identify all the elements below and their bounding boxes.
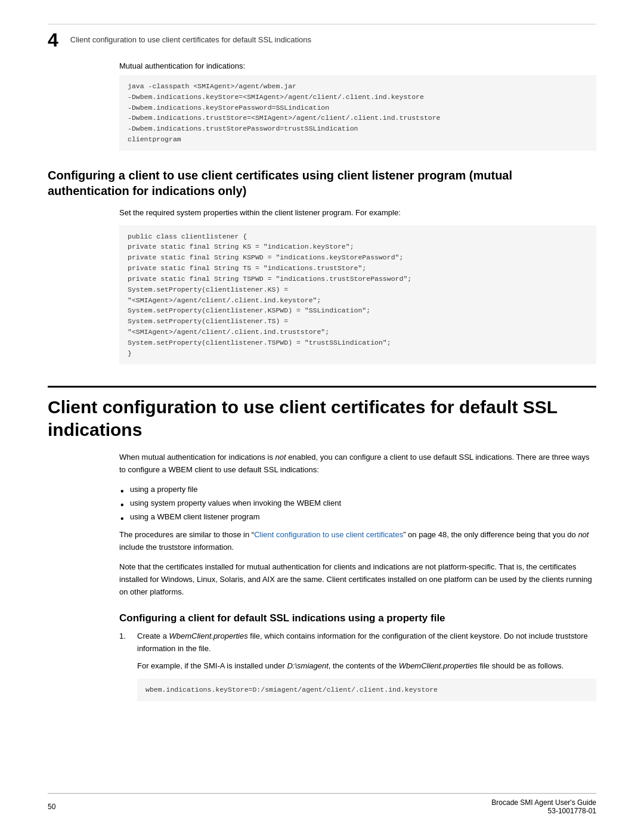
h3-title: Configuring a client for default SSL ind… (119, 612, 596, 624)
h1-bullet-list: using a property file using system prope… (119, 484, 596, 523)
footer-subtitle: 53-1001778-01 (491, 807, 596, 815)
h1-para2-post2: include the truststore information. (119, 543, 234, 552)
header-bar: 4 Client configuration to use client cer… (48, 24, 596, 49)
footer-title: Brocade SMI Agent User's Guide 53-100177… (491, 798, 596, 815)
step1-code: wbem.indications.keyStore=D:/smiagent/ag… (137, 679, 596, 701)
step1-para2-pre: For example, if the SMI-A is installed u… (137, 661, 287, 670)
list-item: using a WBEM client listener program (119, 511, 596, 524)
h1-para1: When mutual authentication for indicatio… (119, 451, 596, 476)
client-cert-link[interactable]: Client configuration to use client certi… (254, 530, 403, 539)
chapter-number: 4 (48, 30, 58, 49)
list-item: using system property values when invoki… (119, 497, 596, 510)
h1-para2-italic: not (578, 530, 589, 539)
step-number: 1. (119, 630, 126, 643)
h1-para3: Note that the certificates installed for… (119, 561, 596, 598)
step1-para2-italic1: D:\smiagent (287, 661, 328, 670)
list-item: using a property file (119, 484, 596, 496)
step1-pre: Create a (137, 631, 169, 640)
h1-para2-post: ” on page 48, the only difference being … (403, 530, 578, 539)
h2-code: public class clientlistener { private st… (119, 225, 596, 365)
footer: 50 Brocade SMI Agent User's Guide 53-100… (48, 793, 596, 815)
step1-text: Create a WbemClient.properties file, whi… (137, 630, 596, 655)
mutual-auth-section: Mutual authentication for indications: j… (119, 61, 596, 151)
step1-para2-italic2: WbemClient.properties (399, 661, 478, 670)
mutual-auth-code: java -classpath <SMIAgent>/agent/wbem.ja… (119, 75, 596, 151)
footer-title-text: Brocade SMI Agent User's Guide (491, 798, 596, 807)
step1-para2-post2: file should be as follows. (478, 661, 564, 670)
h1-para1-pre: When mutual authentication for indicatio… (119, 453, 275, 462)
h2-intro: Set the required system properties withi… (119, 207, 596, 219)
page-number: 50 (48, 803, 55, 811)
h2-content: Set the required system properties withi… (119, 207, 596, 365)
h1-para2-pre: The procedures are similar to those in “ (119, 530, 254, 539)
h1-para2: The procedures are similar to those in “… (119, 529, 596, 554)
h2-title: Configuring a client to use client certi… (48, 168, 596, 199)
step1-para2: For example, if the SMI-A is installed u… (137, 660, 596, 673)
h1-content: When mutual authentication for indicatio… (119, 451, 596, 701)
steps-list: 1. Create a WbemClient.properties file, … (119, 630, 596, 701)
step1-para2-post: , the contents of the (329, 661, 399, 670)
h1-para1-italic: not (275, 453, 286, 462)
header-title: Client configuration to use client certi… (70, 30, 311, 44)
h1-title: Client configuration to use client certi… (48, 386, 596, 441)
mutual-auth-label: Mutual authentication for indications: (119, 61, 596, 70)
step1-italic: WbemClient.properties (169, 631, 247, 640)
step-1: 1. Create a WbemClient.properties file, … (119, 630, 596, 701)
page: 4 Client configuration to use client cer… (0, 0, 644, 833)
